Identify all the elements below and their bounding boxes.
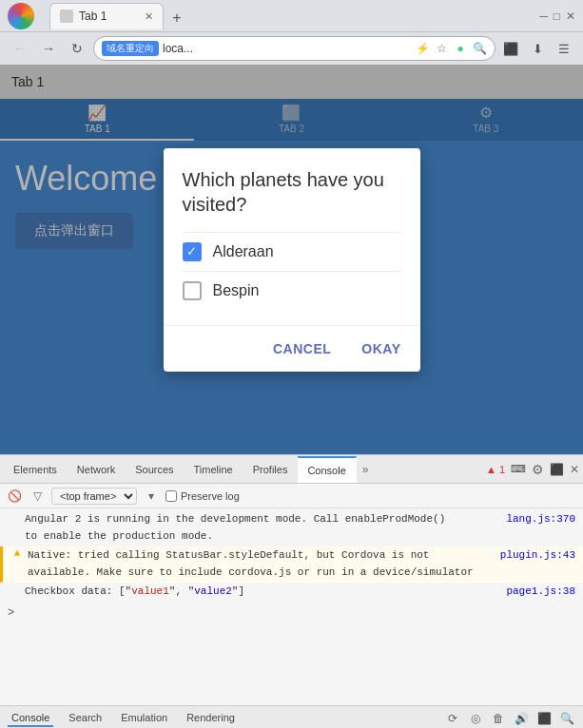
- devtools-tab-console[interactable]: Console: [298, 456, 356, 485]
- error-count: ▲ 1: [486, 464, 505, 475]
- filter-icon[interactable]: ▽: [29, 488, 46, 505]
- devtools-tab-elements[interactable]: Elements: [4, 455, 68, 484]
- address-text: loca...: [163, 42, 411, 55]
- frame-selector[interactable]: <top frame>: [51, 488, 137, 505]
- maximize-icon[interactable]: □: [554, 10, 560, 23]
- dropdown-icon[interactable]: ▾: [143, 488, 160, 505]
- modal-overlay: Which planets have you visited? ✓ Aldera…: [0, 65, 583, 454]
- title-bar: Tab 1 ✕ + ─ □ ✕: [0, 0, 583, 32]
- reload-button[interactable]: ↻: [65, 36, 89, 61]
- extensions-icon[interactable]: ●: [453, 41, 468, 56]
- console-source-plugin[interactable]: plugin.js:43: [500, 547, 575, 565]
- bottom-tab-emulation[interactable]: Emulation: [117, 710, 171, 727]
- checkbox-alderaan-box[interactable]: ✓: [183, 242, 202, 261]
- checkmark-icon: ✓: [186, 244, 197, 259]
- devtools-panel: Elements Network Sources Timeline Profil…: [0, 454, 583, 728]
- tab-close-icon[interactable]: ✕: [145, 10, 153, 23]
- browser-content: Tab 1 📈 TAB 1 ⬜ TAB 2 ⚙ TAB 3 Welcome to…: [0, 65, 583, 454]
- bottom-icon-audio[interactable]: 🔊: [513, 710, 530, 727]
- bottom-icon-display[interactable]: ⬛: [535, 710, 553, 727]
- devtools-tab-sources[interactable]: Sources: [126, 455, 184, 484]
- checkbox-bespin-label: Bespin: [213, 282, 260, 299]
- back-button[interactable]: ←: [8, 36, 32, 61]
- devtools-tab-network[interactable]: Network: [68, 455, 126, 484]
- bottom-icon-2[interactable]: ◎: [467, 710, 484, 727]
- devtools-toolbar: 🚫 ▽ <top frame> ▾ Preserve log: [0, 484, 583, 508]
- download-icon[interactable]: ⬇: [526, 37, 549, 60]
- devtools-bottom-bar: Console Search Emulation Rendering ⟳ ◎ 🗑…: [0, 705, 583, 728]
- browser-logo-icon: [8, 3, 34, 29]
- tab-bar: Tab 1 ✕ +: [42, 3, 532, 29]
- right-icons: ⬛ ⬇ ☰: [499, 37, 575, 60]
- prompt-arrow-icon: >: [8, 604, 14, 623]
- devtools-tab-profiles[interactable]: Profiles: [243, 455, 299, 484]
- bottom-icon-1[interactable]: ⟳: [444, 710, 461, 727]
- checkbox-bespin[interactable]: Bespin: [183, 271, 401, 310]
- console-text-angular: Angular 2 is running in the development …: [25, 511, 502, 545]
- search-icon[interactable]: 🔍: [472, 41, 487, 56]
- devtools-console: Angular 2 is running in the development …: [0, 508, 583, 705]
- checkbox-alderaan[interactable]: ✓ Alderaan: [183, 232, 401, 271]
- console-source-lang[interactable]: lang.js:370: [506, 511, 575, 528]
- menu-icon[interactable]: ☰: [553, 37, 575, 60]
- console-text-native: Native: tried calling StatusBar.styleDef…: [28, 547, 496, 581]
- devtools-dock-icon[interactable]: ⬛: [550, 463, 564, 476]
- tab-label: Tab 1: [79, 10, 107, 23]
- devtools-close-icon[interactable]: ✕: [570, 463, 579, 476]
- star-icon[interactable]: ☆: [434, 41, 449, 56]
- bottom-tab-search[interactable]: Search: [65, 710, 106, 727]
- console-line-angular: Angular 2 is running in the development …: [0, 510, 583, 546]
- browser-chrome: Tab 1 ✕ + ─ □ ✕ ← → ↻ 域名重定向 loca... ⚡ ☆ …: [0, 0, 583, 65]
- terminal-icon[interactable]: ⌨: [511, 463, 526, 475]
- lightning-icon: ⚡: [415, 41, 430, 56]
- devtools-tab-bar: Elements Network Sources Timeline Profil…: [0, 455, 583, 484]
- cancel-button[interactable]: CANCEL: [262, 334, 342, 364]
- console-line-checkbox: Checkbox data: ["value1", "value2"] page…: [0, 583, 583, 603]
- modal-body: Which planets have you visited? ✓ Aldera…: [164, 148, 420, 317]
- redirect-badge: 域名重定向: [102, 41, 159, 56]
- modal-title: Which planets have you visited?: [183, 167, 401, 217]
- new-tab-button[interactable]: +: [165, 7, 188, 29]
- address-icons: ⚡ ☆ ● 🔍: [415, 41, 487, 56]
- devtools-settings-icon[interactable]: ⚙: [532, 462, 544, 477]
- devtools-more-tabs-icon[interactable]: »: [357, 463, 375, 476]
- browser-tab[interactable]: Tab 1 ✕: [49, 3, 164, 29]
- console-info-icon: [8, 511, 21, 525]
- checkbox-alderaan-label: Alderaan: [213, 243, 274, 260]
- clear-console-icon[interactable]: 🚫: [6, 488, 23, 505]
- console-source-page1[interactable]: page1.js:38: [506, 584, 575, 601]
- modal-dialog: Which planets have you visited? ✓ Aldera…: [164, 148, 420, 372]
- okay-button[interactable]: OKAY: [350, 334, 412, 364]
- close-window-icon[interactable]: ✕: [566, 10, 575, 23]
- address-bar[interactable]: 域名重定向 loca... ⚡ ☆ ● 🔍: [93, 36, 496, 61]
- warning-icon: ▲: [10, 547, 24, 561]
- window-controls: ─ □ ✕: [539, 10, 575, 23]
- bottom-tab-console[interactable]: Console: [8, 710, 53, 727]
- console-prompt: >: [0, 603, 583, 624]
- tab-favicon-icon: [60, 10, 73, 23]
- puzzle-icon[interactable]: ⬛: [499, 37, 522, 60]
- preserve-log-checkbox[interactable]: [165, 490, 177, 502]
- nav-bar: ← → ↻ 域名重定向 loca... ⚡ ☆ ● 🔍 ⬛ ⬇ ☰: [0, 32, 583, 65]
- minimize-icon[interactable]: ─: [539, 10, 548, 23]
- bottom-icon-search[interactable]: 🔍: [558, 710, 575, 727]
- bottom-tab-rendering[interactable]: Rendering: [183, 710, 239, 727]
- modal-actions: CANCEL OKAY: [164, 325, 420, 372]
- preserve-log-label[interactable]: Preserve log: [165, 490, 240, 502]
- devtools-right-icons: ⟳ ◎ 🗑 🔊 ⬛ 🔍: [444, 710, 575, 727]
- forward-button[interactable]: →: [36, 36, 61, 61]
- console-line-native: ▲ Native: tried calling StatusBar.styleD…: [0, 546, 583, 583]
- bottom-icon-trash[interactable]: 🗑: [490, 710, 507, 727]
- checkbox-bespin-box[interactable]: [183, 281, 202, 300]
- devtools-tab-timeline[interactable]: Timeline: [185, 455, 243, 484]
- console-text-checkbox: Checkbox data: ["value1", "value2"]: [25, 584, 502, 601]
- console-info2-icon: [8, 584, 21, 597]
